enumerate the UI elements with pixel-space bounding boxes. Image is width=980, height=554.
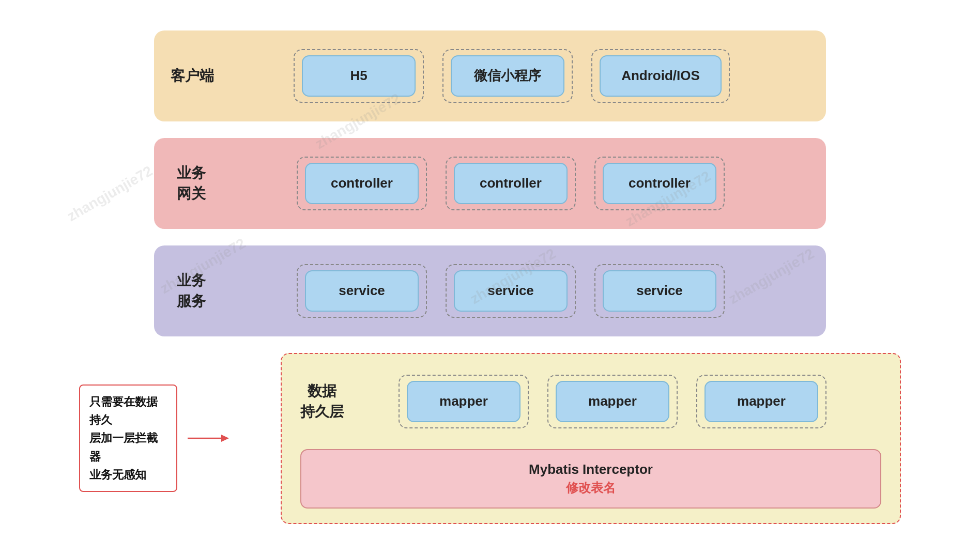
arrow-right: [188, 430, 229, 446]
data-row: 只需要在数据持久层加一层拦截器业务无感知 数据持久层 mapper: [79, 353, 901, 524]
data-layer-top: 数据持久层 mapper mapper mapper: [300, 368, 881, 435]
service-box-wrapper-3: service: [594, 264, 725, 318]
mapper-box-wrapper-2: mapper: [547, 375, 678, 428]
data-layer-bottom: Mybatis Interceptor 修改表名: [300, 449, 881, 509]
mapper-box-3: mapper: [705, 381, 818, 422]
gateway-box-wrapper-1: controller: [297, 157, 427, 210]
gateway-layer: 业务网关 controller controller controller: [154, 138, 826, 229]
mapper-box-1: mapper: [407, 381, 520, 422]
data-layer: 数据持久层 mapper mapper mapper: [281, 353, 901, 524]
service-box-1: service: [305, 270, 419, 312]
gateway-box-controller-2: controller: [454, 163, 568, 204]
client-box-h5: H5: [302, 55, 416, 97]
service-box-wrapper-2: service: [446, 264, 576, 318]
client-box-wrapper-3: Android/IOS: [591, 49, 730, 103]
interceptor-box: Mybatis Interceptor 修改表名: [300, 449, 881, 509]
service-boxes: service service service: [212, 258, 809, 324]
annotation-box: 只需要在数据持久层加一层拦截器业务无感知: [79, 384, 177, 492]
mapper-box-2: mapper: [556, 381, 669, 422]
svg-marker-1: [221, 435, 229, 442]
gateway-boxes: controller controller controller: [212, 150, 809, 217]
client-box-wrapper-1: H5: [294, 49, 424, 103]
gateway-label: 业务网关: [171, 163, 212, 203]
client-box-wechat: 微信小程序: [451, 55, 564, 97]
gateway-box-wrapper-2: controller: [446, 157, 576, 210]
gateway-box-wrapper-3: controller: [594, 157, 725, 210]
interceptor-subtitle: 修改表名: [566, 480, 616, 496]
service-layer: 业务服务 service service service: [154, 245, 826, 336]
interceptor-title: Mybatis Interceptor: [529, 461, 653, 478]
main-container: zhangjunjie72 zhangjunjie72 zhangjunjie7…: [0, 10, 980, 545]
client-layer: 客户端 H5 微信小程序 Android/IOS: [154, 30, 826, 121]
layers-area: 客户端 H5 微信小程序 Android/IOS 业务网关 controller: [79, 30, 901, 524]
data-label: 数据持久层: [300, 381, 344, 421]
gateway-box-controller-3: controller: [603, 163, 716, 204]
service-box-wrapper-1: service: [297, 264, 427, 318]
annotation-container: 只需要在数据持久层加一层拦截器业务无感知: [79, 384, 229, 492]
service-label: 业务服务: [171, 270, 212, 311]
client-box-wrapper-2: 微信小程序: [442, 49, 573, 103]
service-box-3: service: [603, 270, 716, 312]
service-box-2: service: [454, 270, 568, 312]
client-label: 客户端: [171, 66, 214, 86]
client-box-android: Android/IOS: [600, 55, 722, 97]
mapper-box-wrapper-3: mapper: [696, 375, 826, 428]
mapper-box-wrapper-1: mapper: [399, 375, 529, 428]
client-boxes: H5 微信小程序 Android/IOS: [214, 43, 809, 109]
gateway-box-controller-1: controller: [305, 163, 419, 204]
data-mapper-boxes: mapper mapper mapper: [344, 368, 881, 435]
